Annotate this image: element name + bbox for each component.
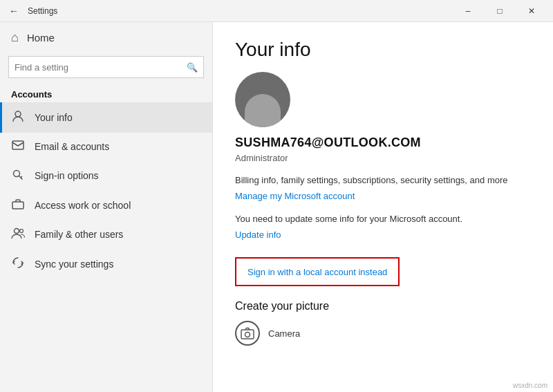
sidebar-item-home[interactable]: ⌂ Home xyxy=(0,22,212,53)
sidebar-item-sign-in[interactable]: Sign-in options xyxy=(0,160,212,191)
minimize-button[interactable]: – xyxy=(452,0,484,22)
close-button[interactable]: ✕ xyxy=(516,0,547,22)
svg-point-2 xyxy=(14,171,20,177)
people-icon xyxy=(11,227,25,241)
update-notice-text: You need to update some info for your Mi… xyxy=(235,213,531,225)
update-info-link[interactable]: Update info xyxy=(235,230,281,240)
sidebar-item-access-work[interactable]: Access work or school xyxy=(0,191,212,220)
svg-point-5 xyxy=(20,230,24,233)
create-picture-section: Create your picture Camera xyxy=(235,300,531,346)
manage-microsoft-link[interactable]: Manage my Microsoft account xyxy=(235,191,355,201)
window-title: Settings xyxy=(28,6,452,16)
svg-point-0 xyxy=(15,111,21,117)
home-icon: ⌂ xyxy=(11,30,19,45)
camera-label: Camera xyxy=(268,328,300,339)
avatar-silhouette xyxy=(245,94,281,127)
sidebar-item-family[interactable]: Family & other users xyxy=(0,220,212,249)
watermark: wsxdn.com xyxy=(513,382,547,389)
user-role: Administrator xyxy=(235,153,531,163)
sidebar-sync-label: Sync your settings xyxy=(35,259,113,270)
sidebar: ⌂ Home 🔍 Accounts Your info xyxy=(0,22,213,392)
main-panel: Your info SUSHMA764@OUTLOOK.COM Administ… xyxy=(213,22,553,392)
sidebar-item-sync[interactable]: Sync your settings xyxy=(0,249,212,279)
email-icon xyxy=(11,140,25,153)
svg-point-4 xyxy=(15,229,19,234)
page-title: Your info xyxy=(235,39,531,61)
camera-icon xyxy=(235,321,260,346)
briefcase-icon xyxy=(11,198,25,212)
svg-point-7 xyxy=(245,333,250,337)
sign-in-local-label: Sign in with a local account instead xyxy=(247,267,387,277)
create-picture-title: Create your picture xyxy=(235,300,531,312)
sidebar-work-label: Access work or school xyxy=(35,200,131,211)
titlebar: ← Settings – □ ✕ xyxy=(0,0,553,22)
sidebar-signin-label: Sign-in options xyxy=(35,170,99,181)
svg-rect-3 xyxy=(12,202,24,209)
sidebar-home-label: Home xyxy=(27,32,55,44)
search-input[interactable] xyxy=(15,62,187,73)
search-box[interactable]: 🔍 xyxy=(8,56,204,78)
avatar xyxy=(235,72,290,127)
sign-in-local-box[interactable]: Sign in with a local account instead xyxy=(235,257,400,286)
sidebar-email-label: Email & accounts xyxy=(35,141,109,152)
search-icon: 🔍 xyxy=(187,62,198,73)
window-controls: – □ ✕ xyxy=(452,0,547,22)
sidebar-your-info-label: Your info xyxy=(35,112,73,123)
sidebar-family-label: Family & other users xyxy=(35,229,123,240)
sidebar-item-email-accounts[interactable]: Email & accounts xyxy=(0,133,212,160)
person-icon xyxy=(11,110,25,125)
svg-rect-1 xyxy=(12,141,24,149)
maximize-button[interactable]: □ xyxy=(484,0,516,22)
billing-section: Billing info, family settings, subscript… xyxy=(235,174,531,202)
update-section: You need to update some info for your Mi… xyxy=(235,213,531,241)
billing-text: Billing info, family settings, subscript… xyxy=(235,174,531,187)
user-email: SUSHMA764@OUTLOOK.COM xyxy=(235,136,531,150)
sync-icon xyxy=(11,256,25,272)
key-icon xyxy=(11,168,25,183)
app-body: ⌂ Home 🔍 Accounts Your info xyxy=(0,22,553,392)
back-button[interactable]: ← xyxy=(6,3,22,19)
camera-row: Camera xyxy=(235,321,531,346)
sidebar-item-your-info[interactable]: Your info xyxy=(0,102,212,133)
sidebar-section-label: Accounts xyxy=(0,84,212,102)
